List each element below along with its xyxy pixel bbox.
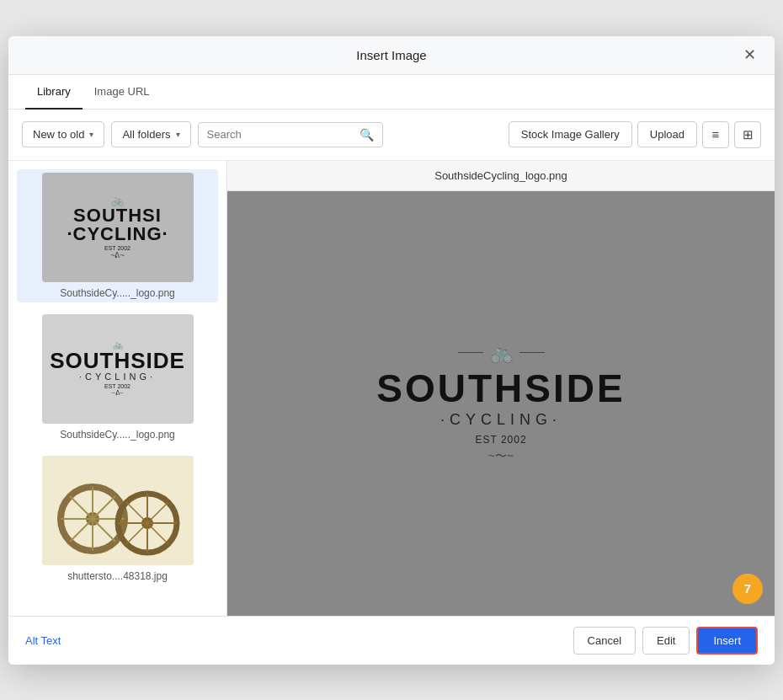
dialog-footer: Alt Text Cancel Edit Insert (8, 616, 775, 665)
toolbar-right: Stock Image Gallery Upload ≡ ⊞ (509, 121, 761, 148)
close-button[interactable]: ✕ (738, 43, 761, 67)
folder-label: All folders (122, 128, 170, 141)
preview-image-area: 🚲 SOUTHSIDE ·CYCLING· EST 2002 ~〜~ 7 (227, 191, 775, 616)
file-name: SouthsideCy....._logo.png (60, 287, 175, 299)
grid-view-button[interactable]: ⊞ (734, 121, 761, 148)
list-view-icon: ≡ (712, 127, 720, 142)
stock-image-gallery-button[interactable]: Stock Image Gallery (509, 121, 632, 147)
insert-image-dialog: Insert Image ✕ Library Image URL New to … (8, 36, 775, 665)
file-list: 🚲 SOUTHSI ·CYCLING· EST 2002 ~ᕕ~ Southsi… (8, 161, 227, 616)
upload-button[interactable]: Upload (637, 121, 697, 147)
search-icon: 🔍 (360, 128, 374, 142)
grid-view-icon: ⊞ (743, 127, 754, 142)
sort-dropdown[interactable]: New to old ▾ (22, 121, 104, 147)
dialog-header: Insert Image ✕ (8, 36, 775, 75)
sort-chevron-icon: ▾ (89, 130, 93, 139)
list-item[interactable]: shuttersto....48318.jpg (17, 452, 218, 585)
folder-chevron-icon: ▾ (176, 130, 180, 139)
folder-dropdown[interactable]: All folders ▾ (111, 121, 190, 147)
list-view-button[interactable]: ≡ (702, 121, 729, 148)
preview-logo: 🚲 SOUTHSIDE ·CYCLING· EST 2002 ~〜~ (376, 342, 625, 465)
footer-actions: Cancel Edit Insert (573, 627, 758, 655)
dialog-title: Insert Image (356, 48, 426, 62)
dialog-tabs: Library Image URL (8, 75, 775, 110)
tab-image-url[interactable]: Image URL (83, 75, 162, 110)
preview-panel: SouthsideCycling_logo.png 🚲 SOUTHSIDE ·C… (227, 161, 775, 616)
edit-button[interactable]: Edit (642, 627, 690, 655)
badge-number: 7 (732, 574, 763, 604)
file-name: SouthsideCy....._logo.png (60, 429, 175, 441)
file-thumbnail: 🚲 SOUTHSI ·CYCLING· EST 2002 ~ᕕ~ (42, 173, 194, 282)
search-box: 🔍 (198, 122, 383, 147)
list-item[interactable]: 🚲 SOUTHSI ·CYCLING· EST 2002 ~ᕕ~ Southsi… (17, 169, 218, 302)
file-thumbnail (42, 456, 194, 565)
insert-button[interactable]: Insert (696, 627, 758, 655)
preview-filename: SouthsideCycling_logo.png (227, 161, 775, 191)
sort-label: New to old (33, 128, 84, 141)
cancel-button[interactable]: Cancel (573, 627, 636, 655)
file-name: shuttersto....48318.jpg (67, 570, 168, 582)
search-input[interactable] (207, 128, 356, 141)
file-thumbnail: 🚲 SOUTHSIDE ·CYCLING· EST 2002 ~ᕕ~ (42, 314, 194, 424)
alt-text-button[interactable]: Alt Text (25, 634, 61, 647)
list-item[interactable]: 🚲 SOUTHSIDE ·CYCLING· EST 2002 ~ᕕ~ South… (17, 311, 218, 444)
dialog-body: 🚲 SOUTHSI ·CYCLING· EST 2002 ~ᕕ~ Southsi… (8, 161, 775, 616)
toolbar: New to old ▾ All folders ▾ 🔍 Stock Image… (8, 110, 775, 161)
tab-library[interactable]: Library (25, 75, 83, 110)
